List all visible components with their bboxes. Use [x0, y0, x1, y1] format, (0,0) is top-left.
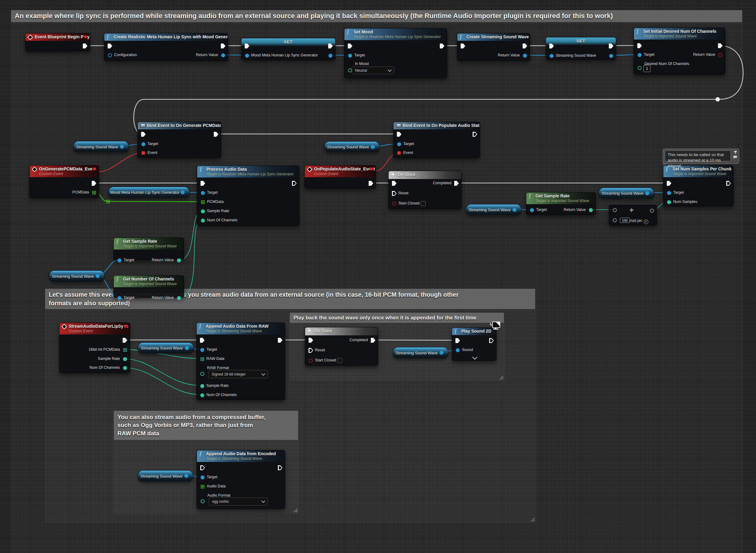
exec-pin[interactable] — [221, 44, 225, 49]
delegate-pin[interactable] — [84, 35, 87, 38]
data-pin[interactable] — [609, 54, 613, 58]
delegate-pin[interactable] — [124, 324, 127, 328]
data-pin[interactable] — [177, 296, 181, 300]
delegate-pin[interactable] — [369, 167, 373, 171]
node-setinitial[interactable]: fSet Initial Desired Num Of ChannelsTarg… — [634, 27, 725, 75]
exec-pin[interactable] — [92, 181, 96, 186]
dropdown-appendraw[interactable]: Signed 16-bit integer — [208, 370, 268, 378]
delegate-pin[interactable] — [397, 151, 401, 155]
node-gnc[interactable]: fGet Number Of ChannelsTarget is Importe… — [114, 275, 184, 298]
delegate-pin[interactable] — [141, 151, 145, 155]
node-bindgen[interactable]: Bind Event to On Generate PCMDataTargetE… — [137, 122, 221, 158]
output-pin[interactable] — [371, 145, 375, 149]
node-set1[interactable]: SETMood Meta Human Lip Sync Generator — [241, 38, 336, 60]
data-pin[interactable] — [118, 296, 122, 300]
array-pin[interactable] — [201, 200, 205, 204]
node-beginplay[interactable]: Event Blueprint Begin Play — [25, 33, 90, 51]
exec-pin[interactable] — [392, 181, 397, 186]
data-pin[interactable] — [589, 208, 593, 212]
exec-pin[interactable] — [461, 44, 465, 49]
exec-pin[interactable] — [141, 132, 146, 137]
node-createstreaming[interactable]: fCreate Streaming Sound WaveReturn Value — [457, 33, 530, 61]
blueprint-graph-canvas[interactable]: An example where lip sync is performed w… — [0, 0, 756, 553]
output-pin[interactable] — [185, 346, 189, 350]
exec-pin[interactable] — [371, 338, 375, 343]
output-pin[interactable] — [120, 145, 124, 149]
note-bubble[interactable]: This needs to be called so that audio is… — [663, 149, 739, 164]
exec-pin[interactable] — [278, 465, 282, 470]
exec-pin[interactable] — [123, 338, 127, 343]
checkbox[interactable] — [421, 201, 426, 206]
dropdown-appendenc[interactable]: ogg vorbis — [209, 497, 268, 505]
variable-node-pillmood[interactable]: Mood Meta Human Lip Sync Generator — [108, 187, 190, 198]
exec-pin[interactable] — [83, 44, 87, 49]
exec-pin[interactable] — [523, 44, 527, 49]
data-pin[interactable] — [245, 54, 249, 58]
data-pin[interactable] — [613, 218, 617, 222]
data-pin[interactable] — [123, 357, 127, 361]
node-appendraw[interactable]: fAppend Audio Data From RAWTarget is Str… — [196, 322, 285, 400]
node-process[interactable]: fProcess Audio DataTarget is Realistic M… — [197, 166, 299, 226]
variable-node-pill2[interactable]: Streaming Sound Wave — [324, 141, 380, 152]
data-pin[interactable] — [201, 191, 205, 195]
array-pin[interactable] — [200, 357, 204, 361]
exec-pin[interactable] — [201, 181, 205, 186]
variable-node-pill1[interactable]: Streaming Sound Wave — [73, 141, 129, 152]
exec-pin[interactable] — [200, 338, 205, 343]
data-pin[interactable] — [177, 258, 181, 262]
data-pin[interactable] — [348, 68, 352, 72]
data-pin[interactable] — [718, 53, 722, 57]
data-pin[interactable] — [667, 200, 671, 204]
variable-node-pill6[interactable]: Streaming Sound Wave — [138, 342, 194, 353]
output-pin[interactable] — [645, 191, 649, 195]
value-box[interactable]: 1 — [643, 65, 650, 72]
exec-pin[interactable] — [473, 132, 477, 137]
variable-node-pill8[interactable]: Streaming Sound Wave — [138, 470, 193, 482]
array-pin[interactable] — [201, 485, 205, 489]
data-pin[interactable] — [397, 142, 401, 146]
data-pin[interactable] — [118, 258, 122, 262]
data-pin[interactable] — [550, 54, 554, 58]
data-pin[interactable] — [200, 393, 204, 397]
data-pin[interactable] — [456, 348, 460, 352]
exec-pin[interactable] — [348, 44, 352, 49]
exec-pin[interactable] — [308, 348, 313, 353]
data-pin[interactable] — [201, 475, 205, 479]
data-pin[interactable] — [200, 372, 204, 376]
exec-pin[interactable] — [308, 338, 313, 343]
data-pin[interactable] — [638, 53, 641, 57]
data-pin[interactable] — [123, 366, 127, 370]
reroute-node[interactable] — [715, 97, 720, 101]
exec-pin[interactable] — [278, 338, 282, 343]
dropdown-setmood[interactable]: Neutral — [352, 67, 394, 74]
node-ongen[interactable]: OnGeneratePCMData_EventCustom EventPCMDa… — [29, 165, 99, 198]
data-pin[interactable] — [201, 209, 205, 213]
exec-pin[interactable] — [637, 43, 642, 48]
data-pin[interactable] — [141, 142, 145, 146]
variable-node-pill4[interactable]: Streaming Sound Wave — [466, 204, 522, 215]
output-pin[interactable] — [439, 351, 443, 355]
data-pin[interactable] — [638, 66, 641, 70]
data-pin[interactable] — [201, 499, 205, 503]
delegate-pin[interactable] — [93, 167, 96, 171]
output-pin[interactable] — [96, 274, 100, 278]
variable-node-pill5[interactable]: Streaming Sound Wave — [599, 187, 654, 199]
data-pin[interactable] — [329, 54, 333, 58]
variable-node-pill3[interactable]: Streaming Sound Wave — [49, 270, 105, 282]
node-gs2[interactable]: fGet Sample RateTarget is Imported Sound… — [526, 192, 596, 215]
data-pin[interactable] — [108, 53, 112, 57]
node-appendenc[interactable]: fAppend Audio Data from EncodedTarget is… — [197, 450, 285, 509]
node-doonce2[interactable]: 1➜Do OnceCompletedResetStart Closed — [305, 327, 378, 366]
checkbox[interactable] — [337, 358, 342, 363]
node-gs1[interactable]: fGet Sample RateTarget is Imported Sound… — [114, 238, 184, 260]
expand-node-button[interactable] — [472, 355, 478, 360]
variable-node-pill7[interactable]: Streaming Sound Wave — [393, 347, 449, 359]
exec-pin[interactable] — [397, 132, 402, 137]
data-pin[interactable] — [348, 54, 352, 58]
reroute-grid-node[interactable] — [106, 200, 110, 204]
data-pin[interactable] — [650, 209, 654, 213]
exec-pin[interactable] — [718, 43, 723, 48]
bubble-icon[interactable] — [733, 156, 737, 159]
exec-pin[interactable] — [456, 338, 460, 343]
add-pin-button[interactable]: Add pin+ — [630, 219, 648, 224]
